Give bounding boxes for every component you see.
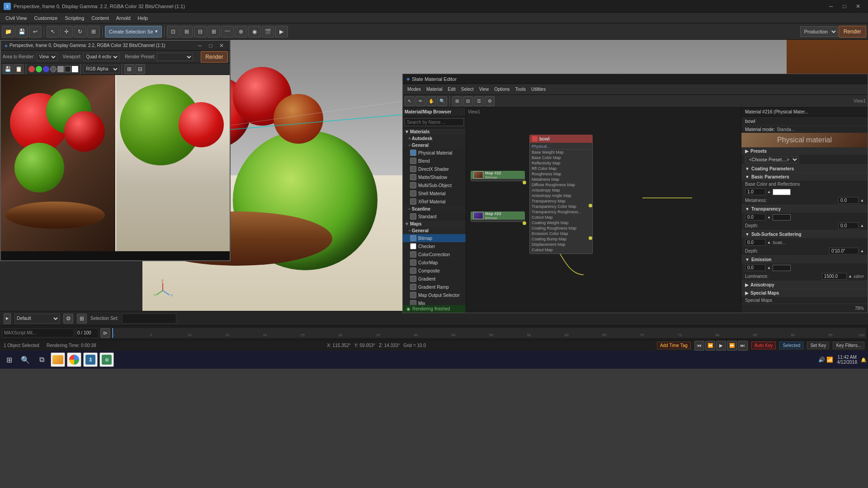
prev-frame-button[interactable]: ⏪ — [705, 341, 715, 351]
slate-menu-material[interactable]: Material — [424, 87, 445, 92]
physical-material-item[interactable]: Physical Material — [403, 149, 466, 157]
coating-header[interactable]: ▼ Coating Parameters — [741, 165, 868, 173]
maps-section[interactable]: ▼ Maps — [403, 221, 466, 227]
map23-node[interactable]: Map #23 Bitmap — [471, 211, 525, 222]
open-file-button[interactable]: 📁 — [2, 26, 14, 38]
notification-button[interactable]: 🔔 — [861, 357, 866, 362]
menu-help[interactable]: Help — [134, 14, 152, 22]
channel-blue[interactable] — [43, 66, 49, 72]
copy-render-button[interactable]: 📋 — [14, 64, 24, 74]
emission-header[interactable]: ▼ Emission — [741, 256, 868, 263]
stepper[interactable]: ▲ — [767, 215, 771, 219]
slate-pencil-tool[interactable]: ✏ — [415, 96, 425, 106]
selection-set-input[interactable] — [122, 314, 176, 324]
menu-arnold[interactable]: Arnold — [113, 14, 134, 22]
file-explorer-button[interactable] — [51, 352, 65, 367]
bowl-material-node[interactable]: bowl Physical... Base Weight Map Base Co… — [529, 135, 593, 254]
bitmap-item[interactable]: Bitmap — [403, 234, 466, 242]
slate-zoom-tool[interactable]: 🔍 — [437, 96, 447, 106]
maps-general-group[interactable]: − General — [403, 227, 466, 234]
slate-drag-tool[interactable]: ✋ — [426, 96, 436, 106]
emission-input[interactable] — [745, 264, 765, 271]
channel-white[interactable] — [72, 66, 78, 72]
minimize-button[interactable]: ─ — [825, 2, 837, 11]
channel-bw[interactable] — [57, 66, 64, 72]
task-view-button[interactable]: ⧉ — [34, 352, 49, 367]
layer-dropdown[interactable]: Default — [14, 314, 60, 324]
layer-settings-button[interactable]: ⚙ — [63, 314, 73, 324]
sss-input[interactable] — [745, 239, 765, 246]
colormap-item[interactable]: ColorMap — [403, 258, 466, 267]
directx-shader-item[interactable]: DirectX Shader — [403, 165, 466, 173]
slate-layout-tool[interactable]: ⊞ — [452, 96, 462, 106]
auto-key-button[interactable]: Auto Key — [751, 342, 776, 349]
transparency-input[interactable] — [745, 214, 765, 221]
create-selection-button[interactable]: Create Selection Se ▾ — [105, 26, 162, 38]
3dsmax-button[interactable]: 3 — [83, 352, 98, 367]
slate-pointer-tool[interactable]: ↖ — [405, 96, 415, 106]
viewport-dropdown[interactable]: Quad 4 ective — [83, 53, 119, 61]
shell-material-item[interactable]: Shell Material — [403, 189, 466, 197]
render-history-button[interactable]: ⊟ — [135, 64, 145, 74]
stepper[interactable]: ▲ — [767, 240, 771, 244]
slate-menu-utilities[interactable]: Utilities — [528, 87, 548, 92]
general-group[interactable]: − General — [403, 142, 466, 149]
standard-item[interactable]: Standard — [403, 212, 466, 221]
menu-customize[interactable]: Customize — [30, 14, 61, 22]
slate-list-tool[interactable]: ☰ — [474, 96, 484, 106]
slate-menu-tools[interactable]: Tools — [513, 87, 528, 92]
matte-shadow-item[interactable]: Matte/Shadow — [403, 173, 466, 181]
slate-menu-view[interactable]: View — [476, 87, 492, 92]
production-dropdown[interactable]: Production — [800, 26, 838, 37]
render-frame-button[interactable]: ▶ — [275, 26, 288, 38]
channel-red[interactable] — [28, 66, 35, 72]
base-weight-input[interactable] — [745, 188, 765, 195]
add-time-tag-button[interactable]: Add Time Tag — [657, 342, 691, 349]
base-weight-swatch[interactable] — [773, 189, 791, 195]
render-now-button[interactable]: Render — [201, 51, 228, 63]
sss-depth-input[interactable] — [829, 248, 859, 254]
special-maps-header[interactable]: ▶ Special Maps — [741, 289, 868, 297]
render-close[interactable]: ✕ — [217, 42, 226, 49]
map22-node[interactable]: Map #22 Bitmap — [471, 171, 525, 181]
composite-item[interactable]: Composite — [403, 267, 466, 275]
menu-civil-view[interactable]: Civil View — [2, 14, 30, 22]
render-minimize[interactable]: ─ — [195, 42, 204, 49]
search-input[interactable] — [405, 118, 464, 126]
color-mode-dropdown[interactable]: RGB Alpha — [83, 65, 119, 73]
preset-dropdown[interactable]: <Choose Preset....> — [745, 156, 799, 164]
start-button[interactable]: ⊞ — [2, 352, 16, 367]
maximize-button[interactable]: □ — [838, 2, 851, 11]
basic-params-header[interactable]: ▼ Basic Parameters — [741, 173, 868, 181]
mix-item[interactable]: Mix — [403, 299, 466, 305]
extra-app-button[interactable]: ⚙ — [99, 352, 114, 367]
next-frame-button[interactable]: ⏩ — [727, 341, 737, 351]
anisotropy-header[interactable]: ▶ Anisotropy — [741, 281, 868, 289]
snap-toggle-button[interactable]: ⊡ — [167, 26, 179, 38]
maxscript-input[interactable]: MAXScript Mil... — [2, 328, 74, 338]
menu-content[interactable]: Content — [88, 14, 113, 22]
channel-black[interactable] — [65, 66, 71, 72]
area-dropdown[interactable]: View — [37, 53, 57, 61]
slate-menu-options[interactable]: Options — [491, 87, 512, 92]
depth-input[interactable] — [838, 222, 859, 229]
preset-dropdown-render[interactable] — [157, 53, 193, 61]
autodesk-group[interactable]: + Autodesk — [403, 135, 466, 142]
scale-button[interactable]: ⊞ — [87, 26, 100, 38]
chrome-button[interactable] — [67, 352, 81, 367]
slate-options-tool[interactable]: ⚙ — [485, 96, 495, 106]
render-button[interactable]: Render — [839, 26, 866, 38]
slate-menu-edit[interactable]: Edit — [445, 87, 458, 92]
map-output-item[interactable]: Map Output Selector — [403, 291, 466, 299]
node-view[interactable]: View1 bowl Physic — [466, 108, 741, 313]
multi-sub-item[interactable]: Multi/Sub-Object — [403, 181, 466, 189]
transparency-header[interactable]: ▼ Transparency — [741, 205, 868, 213]
toggle-expand[interactable]: ▶ — [4, 313, 11, 324]
skip-to-end-button[interactable]: ⏭ — [738, 341, 748, 351]
blend-item[interactable]: Blend — [403, 157, 466, 165]
menu-scripting[interactable]: Scripting — [61, 14, 88, 22]
mirror-button[interactable]: ⊟ — [194, 26, 207, 38]
play-button[interactable]: ▶ — [716, 341, 726, 351]
slate-menu-select[interactable]: Select — [458, 87, 476, 92]
stepper-up[interactable]: ▲ — [860, 198, 864, 202]
